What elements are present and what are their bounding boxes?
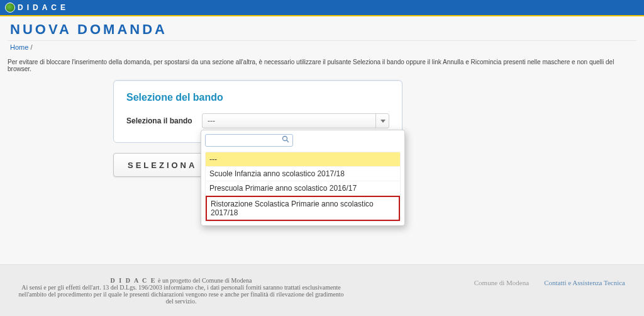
hint-text: Per evitare di bloccare l'inserimento de… [0,55,644,80]
breadcrumb-sep: / [30,43,32,51]
footer-text: D I D A C E è un progetto del Comune di … [18,277,345,305]
dropdown-option-infanzia[interactable]: Scuole Infanzia anno scolastico 2017/18 [206,167,400,181]
header-bar: DIDACE [0,0,644,16]
footer-links: Comune di Modena Contatti e Assistenza T… [474,279,625,286]
logo-icon [5,3,15,13]
field-label: Seleziona il bando [126,116,202,125]
footer-brand: D I D A C E [111,277,157,284]
footer: D I D A C E è un progetto del Comune di … [0,264,644,316]
svg-line-1 [287,140,289,142]
combo-dropdown: --- Scuole Infanzia anno scolastico 2017… [201,130,405,226]
dropdown-option-placeholder[interactable]: --- [206,152,400,167]
chevron-down-icon[interactable] [375,113,389,128]
dropdown-option-prescuola[interactable]: Prescuola Primarie anno scolastico 2016/… [206,181,400,196]
bando-select[interactable]: --- --- Scuole Infanzia anno scolastico … [202,113,389,128]
footer-privacy: Ai sensi e per gli effetti dell'art. 13 … [18,284,343,305]
footer-link-tech[interactable]: Contatti e Assistenza Tecnica [544,279,625,286]
footer-brand-after: è un progetto del Comune di Modena [158,277,252,284]
dropdown-search-wrap [205,134,401,147]
field-row: Seleziona il bando --- --- Scuole Infanz… [126,113,389,128]
search-icon [282,135,289,145]
site-name: DIDACE [18,3,69,12]
dropdown-option-ristorazione[interactable]: Ristorazione Scolastica Primarie anno sc… [206,196,400,221]
breadcrumb: Home / [8,41,636,55]
page-title-wrap: NUOVA DOMANDA [8,16,636,41]
dropdown-search-input[interactable] [205,134,293,147]
svg-point-0 [283,137,287,141]
footer-link-comune[interactable]: Comune di Modena [474,279,529,286]
card-title: Selezione del bando [126,92,389,103]
selection-card: Selezione del bando Seleziona il bando -… [113,80,402,143]
breadcrumb-home[interactable]: Home [10,43,28,51]
page-title: NUOVA DOMANDA [10,21,636,38]
combo-display[interactable]: --- [202,113,389,128]
dropdown-list: --- Scuole Infanzia anno scolastico 2017… [205,152,401,222]
